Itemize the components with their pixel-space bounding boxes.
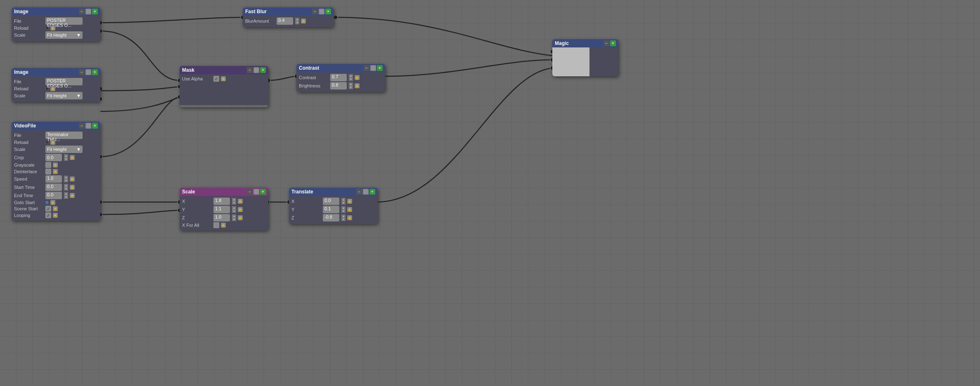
translate-x-down[interactable]: ▼ — [341, 201, 346, 205]
translate-y-spinner[interactable]: ▲ ▼ — [341, 206, 346, 213]
scale-x-down[interactable]: ▼ — [232, 201, 236, 205]
scale-y-lock[interactable]: 🔒 — [238, 207, 243, 212]
scale-x-lock[interactable]: 🔒 — [238, 199, 243, 204]
translate-x-input[interactable]: 0.0 — [323, 198, 339, 205]
videofile-speed-spinner[interactable]: ▲ ▼ — [64, 176, 68, 182]
scale-y-input[interactable]: 1.1 — [213, 206, 230, 213]
image1-reload-lock[interactable]: 🔒 — [50, 26, 55, 31]
contrast-window-button[interactable]: □ — [370, 65, 376, 71]
translate-plus-button[interactable]: + — [369, 189, 375, 195]
contrast-plus-button[interactable]: + — [377, 65, 383, 71]
scale-xforall-lock[interactable]: 🔒 — [221, 223, 226, 228]
translate-y-input[interactable]: 0.1 — [323, 206, 339, 213]
videofile-crop-down[interactable]: ▼ — [64, 158, 68, 161]
scale-x-input[interactable]: 1.8 — [213, 198, 230, 205]
contrast-brightness-input[interactable]: 0.8 — [330, 82, 347, 89]
scale-window-button[interactable]: □ — [253, 189, 259, 195]
videofile-endtime-spinner[interactable]: ▲ ▼ — [64, 192, 68, 199]
videofile-looping-lock[interactable]: 🔒 — [53, 213, 58, 218]
contrast-minimize-button[interactable]: − — [364, 65, 369, 71]
image1-scale-select[interactable]: Fit Height ▼ — [45, 31, 83, 39]
videofile-gotostart-dot[interactable] — [45, 201, 49, 204]
translate-y-up[interactable]: ▲ — [341, 206, 346, 209]
translate-window-button[interactable]: □ — [363, 189, 369, 195]
scale-xforall-checkbox[interactable] — [213, 222, 219, 228]
magic-plus-button[interactable]: + — [610, 40, 616, 46]
contrast-contrast-spinner[interactable]: ▲ ▼ — [349, 74, 353, 81]
image1-file-input[interactable]: POSTER EDGES O... — [45, 17, 83, 25]
scale-z-lock[interactable]: 🔒 — [238, 215, 243, 220]
videofile-crop-up[interactable]: ▲ — [64, 154, 68, 158]
contrast-brightness-spinner[interactable]: ▲ ▼ — [349, 82, 353, 89]
contrast-brightness-lock[interactable]: 🔒 — [355, 83, 360, 88]
translate-y-down[interactable]: ▼ — [341, 209, 346, 213]
mask-window-button[interactable]: □ — [253, 67, 259, 73]
scale-z-up[interactable]: ▲ — [232, 214, 236, 218]
videofile-grayscale-lock[interactable]: 🔒 — [53, 162, 58, 167]
scale-z-down[interactable]: ▼ — [232, 218, 236, 221]
translate-x-up[interactable]: ▲ — [341, 198, 346, 201]
image2-minimize-button[interactable]: − — [79, 69, 85, 75]
translate-minimize-button[interactable]: − — [356, 189, 362, 195]
videofile-crop-lock[interactable]: 🔒 — [70, 155, 75, 160]
videofile-speed-lock[interactable]: 🔒 — [70, 177, 75, 181]
videofile-starttime-lock[interactable]: 🔒 — [70, 185, 75, 190]
translate-z-lock[interactable]: 🔒 — [347, 215, 352, 220]
mask-plus-button[interactable]: + — [260, 67, 266, 73]
mask-usealpha-checkbox[interactable]: ✓ — [213, 76, 219, 82]
image2-window-button[interactable]: □ — [85, 69, 91, 75]
translate-z-spinner[interactable]: ▲ ▼ — [341, 214, 346, 221]
videofile-deinterlace-checkbox[interactable] — [45, 169, 51, 174]
contrast-brightness-down[interactable]: ▼ — [349, 86, 353, 89]
mask-usealpha-lock[interactable]: 🔒 — [221, 76, 226, 81]
contrast-contrast-input[interactable]: 0.7 — [330, 74, 347, 81]
fastblur-bluramount-up[interactable]: ▲ — [295, 18, 299, 21]
scale-plus-button[interactable]: + — [260, 189, 266, 195]
image2-reload-dot[interactable] — [45, 87, 49, 90]
fastblur-minimize-button[interactable]: − — [312, 9, 318, 14]
fastblur-bluramount-input[interactable]: 0.4 — [277, 17, 293, 25]
scale-z-input[interactable]: 1.0 — [213, 214, 230, 221]
scale-z-spinner[interactable]: ▲ ▼ — [232, 214, 236, 221]
contrast-contrast-lock[interactable]: 🔒 — [355, 75, 360, 80]
contrast-contrast-down[interactable]: ▼ — [349, 78, 353, 81]
videofile-looping-checkbox[interactable]: ✓ — [45, 212, 51, 218]
image2-scale-select[interactable]: Fit Height ▼ — [45, 92, 83, 99]
translate-z-input[interactable]: -0.8 — [323, 214, 339, 221]
videofile-starttime-spinner[interactable]: ▲ ▼ — [64, 184, 68, 191]
videofile-speed-input[interactable]: 1.0 — [45, 175, 62, 183]
videofile-starttime-down[interactable]: ▼ — [64, 187, 68, 191]
translate-z-up[interactable]: ▲ — [341, 214, 346, 218]
videofile-reload-lock[interactable]: 🔒 — [50, 140, 55, 145]
image2-file-input[interactable]: POSTER EDGES O... — [45, 78, 83, 85]
videofile-speed-down[interactable]: ▼ — [64, 179, 68, 182]
scale-y-down[interactable]: ▼ — [232, 209, 236, 213]
translate-y-lock[interactable]: 🔒 — [347, 207, 352, 212]
videofile-endtime-lock[interactable]: 🔒 — [70, 193, 75, 198]
scale-x-spinner[interactable]: ▲ ▼ — [232, 198, 236, 205]
mask-minimize-button[interactable]: − — [247, 67, 253, 73]
translate-x-lock[interactable]: 🔒 — [347, 199, 352, 204]
videofile-reload-dot[interactable] — [45, 141, 49, 144]
fastblur-bluramount-spinner[interactable]: ▲ ▼ — [295, 18, 299, 24]
videofile-deinterlace-lock[interactable]: 🔒 — [53, 169, 58, 174]
image1-plus-button[interactable]: + — [92, 9, 98, 14]
videofile-crop-spinner[interactable]: ▲ ▼ — [64, 154, 68, 161]
videofile-endtime-input[interactable]: 0.0 — [45, 192, 62, 199]
image1-window-button[interactable]: □ — [85, 9, 91, 14]
image1-minimize-button[interactable]: − — [79, 9, 85, 14]
videofile-gotostart-lock[interactable]: 🔒 — [50, 200, 55, 205]
videofile-crop-input[interactable]: 0.0 — [45, 154, 62, 161]
videofile-speed-up[interactable]: ▲ — [64, 176, 68, 179]
image1-reload-dot[interactable] — [45, 26, 49, 30]
fastblur-window-button[interactable]: □ — [319, 9, 324, 14]
videofile-starttime-up[interactable]: ▲ — [64, 184, 68, 187]
contrast-brightness-up[interactable]: ▲ — [349, 82, 353, 86]
videofile-file-input[interactable]: Terminator THU... — [45, 132, 83, 139]
videofile-scenestart-lock[interactable]: 🔒 — [53, 206, 58, 211]
videofile-endtime-up[interactable]: ▲ — [64, 192, 68, 195]
scale-y-up[interactable]: ▲ — [232, 206, 236, 209]
videofile-scenestart-checkbox[interactable]: ✓ — [45, 206, 51, 212]
scale-x-up[interactable]: ▲ — [232, 198, 236, 201]
videofile-starttime-input[interactable]: 0.0 — [45, 184, 62, 191]
